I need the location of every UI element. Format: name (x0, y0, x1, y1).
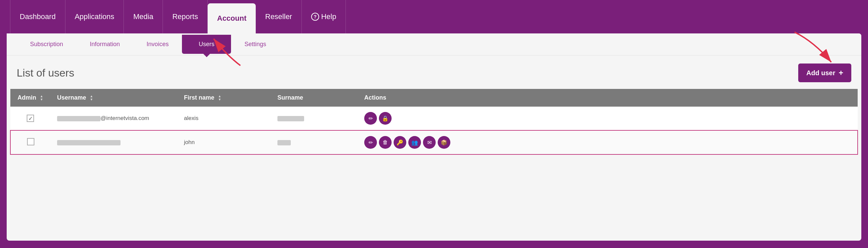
nav-item-dashboard[interactable]: Dashboard (10, 0, 65, 33)
sort-firstname-icon[interactable]: ▲ ▼ (218, 94, 221, 101)
box-action-2[interactable]: 📦 (438, 136, 451, 149)
users-table: Admin ▲ ▼ Username ▲ ▼ F (10, 89, 858, 155)
main-content-area: Subscription Information Invoices Users … (7, 33, 861, 241)
col-surname: Surname (271, 89, 358, 107)
username-blurred-1 (57, 116, 100, 121)
lock-action-1[interactable]: 🔒 (379, 112, 392, 125)
admin-checkbox-1[interactable] (27, 115, 34, 122)
table-row: john ✏ 🗑 🔑 👥 ✉ 📦 (10, 130, 858, 155)
surname-cell-1 (271, 107, 358, 130)
add-user-button[interactable]: Add user + (798, 63, 851, 82)
nav-item-media[interactable]: Media (124, 0, 163, 33)
admin-cell-1 (10, 107, 51, 130)
top-navigation: Dashboard Applications Media Reports Acc… (0, 0, 868, 33)
username-cell-1: @internetvista.com (51, 107, 177, 130)
users-action-2[interactable]: 👥 (408, 136, 421, 149)
admin-cell-2 (10, 130, 51, 155)
sub-nav-information[interactable]: Information (76, 33, 133, 55)
page-header-section: List of users Add user + (7, 55, 861, 89)
sub-nav-settings[interactable]: Settings (231, 33, 279, 55)
email-action-2[interactable]: ✉ (423, 136, 436, 149)
nav-item-reseller[interactable]: Reseller (256, 0, 302, 33)
username-suffix-1: @internetvista.com (100, 115, 149, 121)
sub-navigation: Subscription Information Invoices Users … (7, 33, 861, 55)
nav-item-reports[interactable]: Reports (163, 0, 208, 33)
users-table-container: Admin ▲ ▼ Username ▲ ▼ F (7, 89, 861, 155)
firstname-cell-2: john (177, 130, 271, 155)
help-icon: ? (311, 13, 319, 21)
username-blurred-2 (57, 140, 121, 145)
actions-cell-2: ✏ 🗑 🔑 👥 ✉ 📦 (358, 130, 858, 155)
action-icons-2: ✏ 🗑 🔑 👥 ✉ 📦 (364, 136, 850, 149)
admin-checkbox-2[interactable] (27, 138, 34, 145)
page-title: List of users (17, 67, 74, 79)
nav-item-account[interactable]: Account (208, 3, 256, 33)
edit-action-2[interactable]: ✏ (364, 136, 377, 149)
surname-blurred-1 (277, 116, 304, 121)
delete-action-2[interactable]: 🗑 (379, 136, 392, 149)
table-header: Admin ▲ ▼ Username ▲ ▼ F (10, 89, 858, 107)
plus-icon: + (839, 68, 843, 78)
action-icons-1: ✏ 🔒 (364, 112, 851, 125)
add-user-label: Add user (806, 69, 835, 77)
sort-admin-icon[interactable]: ▲ ▼ (40, 94, 43, 101)
nav-item-help[interactable]: ? Help (302, 0, 346, 33)
edit-action-1[interactable]: ✏ (364, 112, 377, 125)
surname-cell-2 (271, 130, 358, 155)
sub-nav-users[interactable]: Users (182, 35, 231, 54)
page-header: List of users Add user + (7, 55, 861, 89)
surname-blurred-2 (277, 140, 291, 145)
col-username: Username ▲ ▼ (51, 89, 177, 107)
col-admin: Admin ▲ ▼ (10, 89, 51, 107)
sub-nav-subscription[interactable]: Subscription (17, 33, 76, 55)
sort-username-icon[interactable]: ▲ ▼ (90, 94, 93, 101)
col-actions: Actions (358, 89, 858, 107)
col-firstname: First name ▲ ▼ (177, 89, 271, 107)
username-cell-2 (51, 130, 177, 155)
table-row: @internetvista.com alexis ✏ 🔒 (10, 107, 858, 130)
firstname-cell-1: alexis (177, 107, 271, 130)
sub-nav-invoices[interactable]: Invoices (133, 33, 182, 55)
key-action-2[interactable]: 🔑 (394, 136, 406, 149)
table-body: @internetvista.com alexis ✏ 🔒 (10, 107, 858, 155)
nav-item-applications[interactable]: Applications (65, 0, 124, 33)
actions-cell-1: ✏ 🔒 (358, 107, 858, 130)
